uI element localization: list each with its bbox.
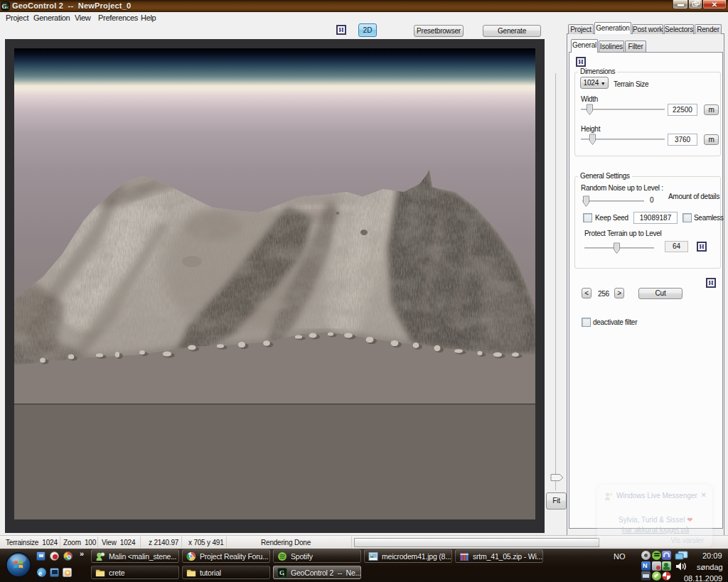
svg-text:c: c bbox=[283, 573, 285, 577]
